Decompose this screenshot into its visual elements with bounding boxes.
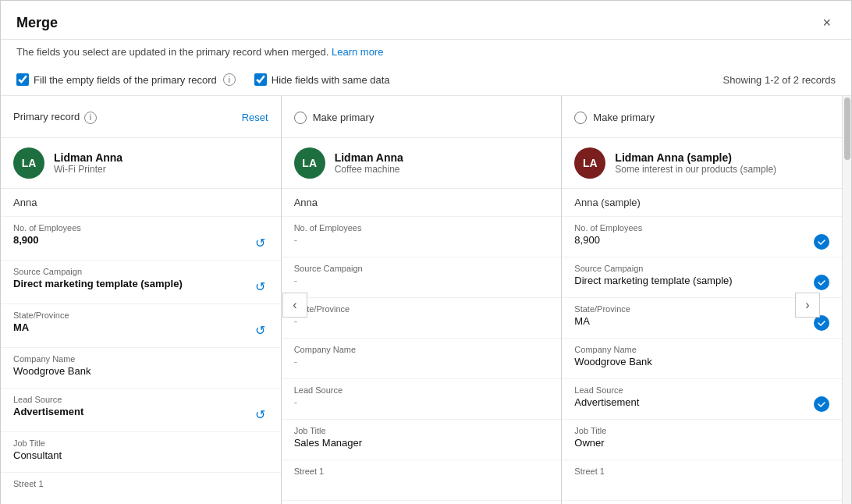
nav-arrow-right[interactable]: › — [795, 293, 820, 318]
col3-check-campaign — [814, 275, 829, 290]
col3-label-state: State/Province — [574, 304, 808, 314]
col2-label-jobtitle: Job Title — [294, 426, 549, 435]
col3-field-jobtitle: Job Title Owner — [562, 420, 842, 460]
columns-area: Primary record i Reset LA Lidman Anna Wi… — [1, 96, 851, 504]
col3-check-state — [814, 315, 829, 331]
col3-header: Make primary — [562, 96, 842, 138]
col1-record-info: Lidman Anna Wi-Fi Printer — [54, 151, 122, 175]
col2-field-jobtitle: Job Title Sales Manager — [282, 420, 562, 460]
col1-label-street: Street 1 — [13, 479, 268, 488]
dialog-header: Merge × — [1, 1, 851, 40]
col3-label-employees: No. of Employees — [574, 223, 808, 232]
col1-action-leadsource[interactable]: ↺ — [252, 404, 268, 425]
close-button[interactable]: × — [818, 13, 836, 33]
col1-header: Primary record i Reset — [1, 96, 281, 138]
scrollbar[interactable] — [842, 96, 851, 504]
scrollbar-thumb[interactable] — [844, 98, 850, 160]
col2-record-sub: Coffee machine — [335, 164, 403, 175]
col3-field-company: Company Name Woodgrove Bank — [562, 339, 842, 379]
col1-label-jobtitle: Job Title — [13, 438, 268, 448]
col3-record-card: LA Lidman Anna (sample) Some interest in… — [562, 138, 842, 189]
col3-radio[interactable] — [574, 112, 587, 124]
col3-field-street: Street 1 — [562, 460, 842, 501]
col3-check-employees — [814, 234, 829, 250]
fill-empty-label: Fill the empty fields of the primary rec… — [34, 74, 217, 86]
col2-label-leadsource: Lead Source — [294, 385, 549, 395]
col1-value-jobtitle: Consultant — [13, 449, 268, 461]
col2-column: Make primary LA Lidman Anna Coffee machi… — [282, 96, 563, 504]
col1-record-sub: Wi-Fi Printer — [54, 164, 122, 175]
col1-field-company: Company Name Woodgrove Bank — [1, 348, 281, 389]
col2-value-company: - — [294, 356, 549, 367]
col1-avatar: LA — [13, 147, 44, 179]
col3-value-campaign: Direct marketing template (sample) — [574, 275, 808, 286]
col1-field-employees: No. of Employees 8,900 ↺ — [1, 217, 281, 261]
col2-avatar-initials: LA — [302, 157, 317, 169]
col3-field-employees: No. of Employees 8,900 — [562, 217, 842, 257]
subtitle-text: The fields you select are updated in the… — [16, 46, 328, 58]
col1-value-state: MA — [13, 321, 252, 333]
merge-dialog: Merge × The fields you select are update… — [0, 0, 852, 504]
col3-label-company: Company Name — [574, 345, 829, 354]
col1-value-leadsource: Advertisement — [13, 406, 252, 417]
col2-field-company: Company Name - — [282, 339, 562, 379]
col1-label-campaign: Source Campaign — [13, 267, 252, 276]
hide-same-checkbox[interactable] — [254, 73, 267, 86]
col1-simple-name: Anna — [1, 189, 281, 217]
col3-make-primary-label[interactable]: Make primary — [574, 112, 655, 124]
col3-value-employees: 8,900 — [574, 234, 808, 246]
col1-field-state: State/Province MA ↺ — [1, 304, 281, 348]
col3-label-leadsource: Lead Source — [574, 385, 808, 395]
hide-same-label: Hide fields with same data — [272, 74, 390, 86]
fill-empty-info-icon[interactable]: i — [223, 73, 236, 86]
col2-make-primary-label[interactable]: Make primary — [294, 112, 375, 124]
col3-label-jobtitle: Job Title — [574, 426, 829, 435]
col3-header-label: Make primary — [593, 112, 655, 123]
col2-field-street: Street 1 — [282, 460, 562, 501]
col2-record-info: Lidman Anna Coffee machine — [335, 151, 403, 175]
col1-record-name: Lidman Anna — [54, 151, 122, 164]
options-bar: Fill the empty fields of the primary rec… — [1, 67, 851, 96]
col3-value-jobtitle: Owner — [574, 437, 829, 449]
col2-label-company: Company Name — [294, 345, 549, 354]
col2-header: Make primary — [282, 96, 562, 138]
col2-label-employees: No. of Employees — [294, 223, 549, 232]
reset-button[interactable]: Reset — [242, 112, 268, 123]
col2-value-state: - — [294, 315, 549, 327]
col2-value-campaign: - — [294, 275, 549, 286]
primary-column: Primary record i Reset LA Lidman Anna Wi… — [1, 96, 282, 504]
fill-empty-option[interactable]: Fill the empty fields of the primary rec… — [16, 73, 236, 86]
col3-label-campaign: Source Campaign — [574, 264, 808, 273]
fill-empty-checkbox[interactable] — [16, 73, 29, 86]
primary-info-icon[interactable]: i — [84, 112, 97, 124]
col2-value-jobtitle: Sales Manager — [294, 437, 549, 449]
nav-arrow-left[interactable]: ‹ — [282, 293, 307, 318]
col2-header-label: Make primary — [313, 112, 375, 123]
col2-record-card: LA Lidman Anna Coffee machine — [282, 138, 562, 189]
hide-same-option[interactable]: Hide fields with same data — [254, 73, 390, 86]
col2-field-campaign: Source Campaign - — [282, 257, 562, 298]
col1-action-employees[interactable]: ↺ — [252, 232, 268, 254]
col3-value-state: MA — [574, 315, 808, 327]
dialog-title: Merge — [16, 15, 58, 31]
col1-action-state[interactable]: ↺ — [252, 320, 268, 341]
col1-action-campaign[interactable]: ↺ — [252, 276, 268, 297]
learn-more-link[interactable]: Learn more — [332, 46, 383, 58]
col1-field-campaign: Source Campaign Direct marketing templat… — [1, 261, 281, 304]
col3-record-name: Lidman Anna (sample) — [615, 151, 776, 164]
col3-label-street: Street 1 — [574, 467, 829, 476]
col3-record-info: Lidman Anna (sample) Some interest in ou… — [615, 151, 776, 175]
primary-record-label: Primary record i — [13, 111, 97, 124]
col1-field-leadsource: Lead Source Advertisement ↺ — [1, 389, 281, 432]
col2-radio[interactable] — [294, 112, 307, 124]
col1-avatar-initials: LA — [22, 157, 37, 169]
col1-field-jobtitle: Job Title Consultant — [1, 432, 281, 473]
col2-value-leadsource: - — [294, 396, 549, 408]
col1-value-employees: 8,900 — [13, 234, 252, 246]
col1-label-company: Company Name — [13, 354, 268, 364]
col2-field-employees: No. of Employees - — [282, 217, 562, 257]
col3-record-sub: Some interest in our products (sample) — [615, 164, 776, 175]
col3-value-leadsource: Advertisement — [574, 396, 808, 408]
col1-value-company: Woodgrove Bank — [13, 365, 268, 377]
col3-check-leadsource — [814, 396, 829, 412]
